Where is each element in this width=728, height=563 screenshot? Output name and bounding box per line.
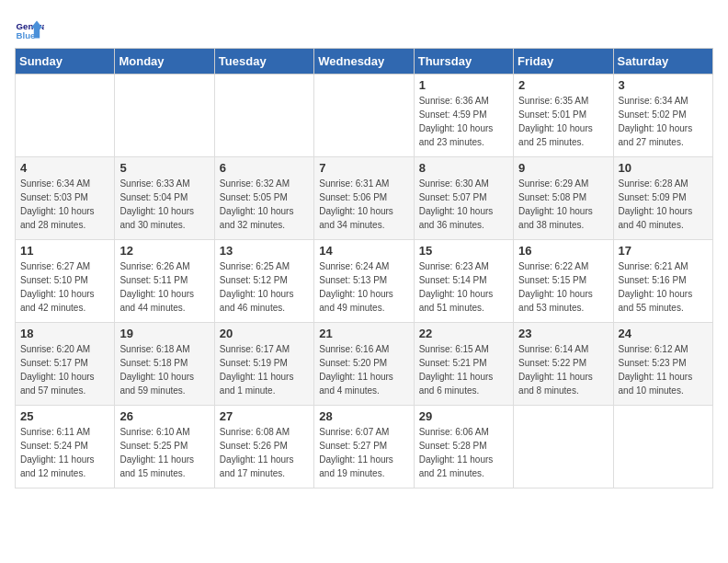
header-cell-sunday: Sunday <box>16 49 115 75</box>
day-number: 1 <box>419 78 508 92</box>
day-cell <box>115 75 214 157</box>
day-info: Sunrise: 6:15 AM Sunset: 5:21 PM Dayligh… <box>419 342 508 397</box>
day-info: Sunrise: 6:23 AM Sunset: 5:14 PM Dayligh… <box>419 259 508 315</box>
day-info: Sunrise: 6:28 AM Sunset: 5:09 PM Dayligh… <box>619 177 708 232</box>
day-info: Sunrise: 6:10 AM Sunset: 5:25 PM Dayligh… <box>119 425 209 480</box>
day-info: Sunrise: 6:25 AM Sunset: 5:12 PM Dayligh… <box>220 259 309 315</box>
day-cell <box>214 75 313 157</box>
header-cell-tuesday: Tuesday <box>214 49 313 75</box>
day-number: 3 <box>619 78 708 92</box>
day-cell: 12Sunrise: 6:26 AM Sunset: 5:11 PM Dayli… <box>115 240 214 323</box>
day-number: 29 <box>419 409 508 423</box>
day-cell: 25Sunrise: 6:11 AM Sunset: 5:24 PM Dayli… <box>16 406 115 488</box>
header-row: SundayMondayTuesdayWednesdayThursdayFrid… <box>16 49 713 75</box>
day-info: Sunrise: 6:27 AM Sunset: 5:10 PM Dayligh… <box>20 259 109 315</box>
day-info: Sunrise: 6:12 AM Sunset: 5:23 PM Dayligh… <box>619 342 708 397</box>
day-info: Sunrise: 6:16 AM Sunset: 5:20 PM Dayligh… <box>319 342 408 397</box>
day-cell: 21Sunrise: 6:16 AM Sunset: 5:20 PM Dayli… <box>314 323 414 406</box>
week-row-2: 4Sunrise: 6:34 AM Sunset: 5:03 PM Daylig… <box>16 157 713 240</box>
day-cell: 3Sunrise: 6:34 AM Sunset: 5:02 PM Daylig… <box>613 75 712 157</box>
day-cell: 5Sunrise: 6:33 AM Sunset: 5:04 PM Daylig… <box>115 157 214 240</box>
calendar-header: SundayMondayTuesdayWednesdayThursdayFrid… <box>16 49 713 75</box>
day-info: Sunrise: 6:22 AM Sunset: 5:15 PM Dayligh… <box>518 259 608 315</box>
day-info: Sunrise: 6:11 AM Sunset: 5:24 PM Dayligh… <box>20 425 109 480</box>
day-number: 13 <box>220 244 309 258</box>
day-cell: 6Sunrise: 6:32 AM Sunset: 5:05 PM Daylig… <box>214 157 313 240</box>
day-number: 11 <box>20 244 109 258</box>
day-cell: 17Sunrise: 6:21 AM Sunset: 5:16 PM Dayli… <box>613 240 712 323</box>
svg-text:Blue: Blue <box>17 30 36 40</box>
day-cell: 16Sunrise: 6:22 AM Sunset: 5:15 PM Dayli… <box>514 240 613 323</box>
day-number: 17 <box>619 244 708 258</box>
day-cell: 26Sunrise: 6:10 AM Sunset: 5:25 PM Dayli… <box>115 406 214 488</box>
day-number: 22 <box>419 327 508 340</box>
day-cell: 14Sunrise: 6:24 AM Sunset: 5:13 PM Dayli… <box>314 240 414 323</box>
day-info: Sunrise: 6:30 AM Sunset: 5:07 PM Dayligh… <box>419 177 508 232</box>
day-number: 12 <box>119 244 209 258</box>
day-number: 4 <box>20 161 109 175</box>
header-cell-wednesday: Wednesday <box>314 49 414 75</box>
week-row-4: 18Sunrise: 6:20 AM Sunset: 5:17 PM Dayli… <box>16 323 713 406</box>
week-row-1: 1Sunrise: 6:36 AM Sunset: 4:59 PM Daylig… <box>16 75 713 157</box>
day-cell: 28Sunrise: 6:07 AM Sunset: 5:27 PM Dayli… <box>314 406 414 488</box>
day-cell: 9Sunrise: 6:29 AM Sunset: 5:08 PM Daylig… <box>514 157 613 240</box>
day-info: Sunrise: 6:35 AM Sunset: 5:01 PM Dayligh… <box>518 94 608 149</box>
week-row-3: 11Sunrise: 6:27 AM Sunset: 5:10 PM Dayli… <box>16 240 713 323</box>
day-cell <box>314 75 414 157</box>
day-cell: 7Sunrise: 6:31 AM Sunset: 5:06 PM Daylig… <box>314 157 414 240</box>
day-number: 8 <box>419 161 508 175</box>
day-info: Sunrise: 6:14 AM Sunset: 5:22 PM Dayligh… <box>518 342 608 397</box>
day-number: 10 <box>619 161 708 175</box>
day-number: 6 <box>220 161 309 175</box>
day-info: Sunrise: 6:24 AM Sunset: 5:13 PM Dayligh… <box>319 259 408 315</box>
day-info: Sunrise: 6:08 AM Sunset: 5:26 PM Dayligh… <box>220 425 309 480</box>
day-info: Sunrise: 6:07 AM Sunset: 5:27 PM Dayligh… <box>319 425 408 480</box>
day-info: Sunrise: 6:18 AM Sunset: 5:18 PM Dayligh… <box>119 342 209 397</box>
day-number: 2 <box>518 78 608 92</box>
day-cell: 15Sunrise: 6:23 AM Sunset: 5:14 PM Dayli… <box>414 240 513 323</box>
day-info: Sunrise: 6:21 AM Sunset: 5:16 PM Dayligh… <box>619 259 708 315</box>
day-number: 19 <box>119 327 209 340</box>
day-info: Sunrise: 6:17 AM Sunset: 5:19 PM Dayligh… <box>220 342 309 397</box>
day-cell: 20Sunrise: 6:17 AM Sunset: 5:19 PM Dayli… <box>214 323 313 406</box>
day-cell: 24Sunrise: 6:12 AM Sunset: 5:23 PM Dayli… <box>613 323 712 406</box>
day-cell: 11Sunrise: 6:27 AM Sunset: 5:10 PM Dayli… <box>16 240 115 323</box>
day-number: 21 <box>319 327 408 340</box>
day-number: 14 <box>319 244 408 258</box>
day-cell: 8Sunrise: 6:30 AM Sunset: 5:07 PM Daylig… <box>414 157 513 240</box>
day-number: 28 <box>319 409 408 423</box>
logo: General Blue <box>15 15 48 44</box>
day-number: 25 <box>20 409 109 423</box>
day-number: 7 <box>319 161 408 175</box>
day-info: Sunrise: 6:36 AM Sunset: 4:59 PM Dayligh… <box>419 94 508 149</box>
header-cell-friday: Friday <box>514 49 613 75</box>
day-cell <box>514 406 613 488</box>
day-number: 20 <box>220 327 309 340</box>
day-cell: 27Sunrise: 6:08 AM Sunset: 5:26 PM Dayli… <box>214 406 313 488</box>
day-cell: 23Sunrise: 6:14 AM Sunset: 5:22 PM Dayli… <box>514 323 613 406</box>
day-cell <box>613 406 712 488</box>
day-cell: 19Sunrise: 6:18 AM Sunset: 5:18 PM Dayli… <box>115 323 214 406</box>
day-info: Sunrise: 6:06 AM Sunset: 5:28 PM Dayligh… <box>419 425 508 480</box>
day-number: 5 <box>119 161 209 175</box>
calendar-table: SundayMondayTuesdayWednesdayThursdayFrid… <box>15 48 713 488</box>
week-row-5: 25Sunrise: 6:11 AM Sunset: 5:24 PM Dayli… <box>16 406 713 488</box>
day-number: 24 <box>619 327 708 340</box>
day-cell: 2Sunrise: 6:35 AM Sunset: 5:01 PM Daylig… <box>514 75 613 157</box>
day-number: 27 <box>220 409 309 423</box>
day-number: 26 <box>119 409 209 423</box>
day-cell: 10Sunrise: 6:28 AM Sunset: 5:09 PM Dayli… <box>613 157 712 240</box>
header-cell-monday: Monday <box>115 49 214 75</box>
day-cell: 13Sunrise: 6:25 AM Sunset: 5:12 PM Dayli… <box>214 240 313 323</box>
day-number: 23 <box>518 327 608 340</box>
day-info: Sunrise: 6:34 AM Sunset: 5:02 PM Dayligh… <box>619 94 708 149</box>
day-number: 9 <box>518 161 608 175</box>
day-number: 18 <box>20 327 109 340</box>
day-cell: 29Sunrise: 6:06 AM Sunset: 5:28 PM Dayli… <box>414 406 513 488</box>
day-info: Sunrise: 6:33 AM Sunset: 5:04 PM Dayligh… <box>119 177 209 232</box>
day-number: 15 <box>419 244 508 258</box>
day-cell: 4Sunrise: 6:34 AM Sunset: 5:03 PM Daylig… <box>16 157 115 240</box>
day-info: Sunrise: 6:32 AM Sunset: 5:05 PM Dayligh… <box>220 177 309 232</box>
page-header: General Blue <box>15 15 713 44</box>
day-info: Sunrise: 6:26 AM Sunset: 5:11 PM Dayligh… <box>119 259 209 315</box>
